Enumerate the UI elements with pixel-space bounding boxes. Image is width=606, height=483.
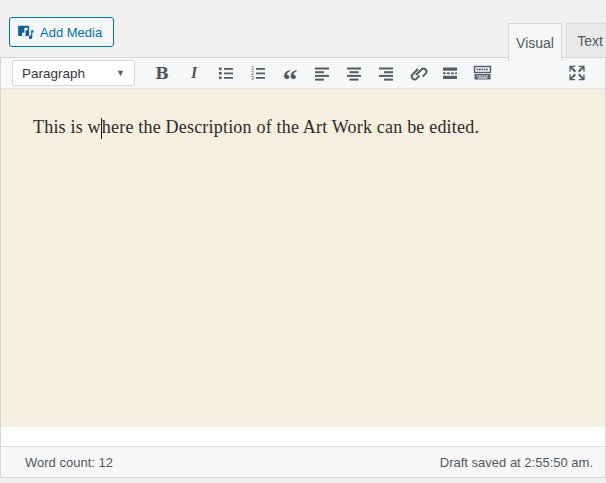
link-icon	[408, 63, 428, 83]
add-media-button[interactable]: Add Media	[9, 17, 114, 47]
tab-text[interactable]: Text	[566, 23, 606, 57]
description-paragraph[interactable]: This is where the Description of the Art…	[33, 116, 573, 138]
insert-link-button[interactable]	[405, 60, 431, 86]
word-count: Word count: 12	[25, 455, 113, 470]
draft-saved-status: Draft saved at 2:55:50 am.	[440, 455, 593, 470]
chevron-down-icon: ▼	[116, 68, 125, 78]
editor-container: Paragraph ▼ B I 1 2 3	[0, 57, 606, 478]
align-right-button[interactable]	[373, 60, 399, 86]
toolbar-toggle-button[interactable]	[469, 60, 495, 86]
numbered-list-icon: 1 2 3	[248, 63, 268, 83]
align-center-button[interactable]	[341, 60, 367, 86]
text-after-caret: here the Description of the Art Work can…	[102, 117, 479, 137]
italic-icon: I	[191, 64, 197, 82]
editor-toolbar: Paragraph ▼ B I 1 2 3	[1, 58, 605, 89]
italic-button[interactable]: I	[181, 60, 207, 86]
editor-status-bar: Word count: 12 Draft saved at 2:55:50 am…	[1, 446, 605, 477]
add-media-label: Add Media	[40, 25, 102, 40]
numbered-list-button[interactable]: 1 2 3	[245, 60, 271, 86]
text-before-caret: This is w	[33, 117, 101, 137]
bold-icon: B	[155, 64, 169, 83]
tab-visual-label: Visual	[516, 35, 554, 51]
keyboard-icon	[472, 63, 493, 83]
fullscreen-button[interactable]	[564, 60, 590, 86]
bullet-list-button[interactable]	[213, 60, 239, 86]
editor-content-frame: This is where the Description of the Art…	[1, 89, 605, 446]
align-left-icon	[312, 63, 332, 83]
align-left-button[interactable]	[309, 60, 335, 86]
blockquote-button[interactable]: “	[277, 60, 303, 86]
read-more-tag-icon	[440, 63, 460, 83]
paragraph-format-select[interactable]: Paragraph ▼	[12, 60, 135, 86]
wordpress-editor-panel: { "add_media": { "label": "Add Media" },…	[0, 0, 606, 483]
text-caret	[101, 118, 102, 139]
insert-read-more-button[interactable]	[437, 60, 463, 86]
tab-visual[interactable]: Visual	[508, 23, 562, 61]
paragraph-format-value: Paragraph	[22, 66, 85, 81]
svg-text:3: 3	[251, 75, 254, 81]
editor-content-body[interactable]: This is where the Description of the Art…	[1, 89, 605, 427]
tab-text-label: Text	[577, 33, 603, 49]
align-right-icon	[376, 63, 396, 83]
fullscreen-icon	[567, 63, 587, 83]
bold-button[interactable]: B	[149, 60, 175, 86]
bullet-list-icon	[216, 63, 236, 83]
media-icon	[18, 25, 34, 40]
blockquote-icon: “	[283, 61, 298, 85]
align-center-icon	[344, 63, 364, 83]
